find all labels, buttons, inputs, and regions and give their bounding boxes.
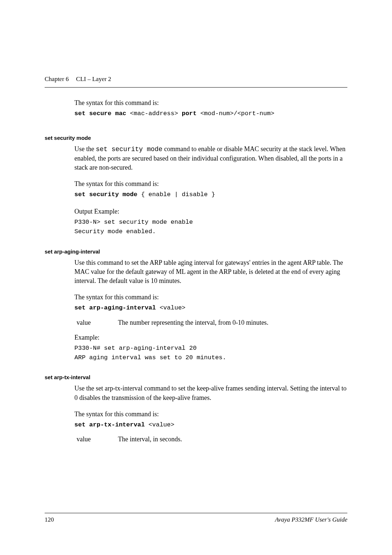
code-text: <mac-address> [130, 110, 182, 117]
section-heading-arp-tx: set arp-tx-interval [45, 374, 347, 380]
description: Use the set security mode command to ena… [74, 145, 347, 173]
code-bold: set security mode [74, 191, 141, 198]
section-heading-security-mode: set security mode [45, 135, 347, 141]
footer-divider [45, 513, 347, 513]
syntax-label: The syntax for this command is: [74, 293, 347, 302]
example-label: Example: [74, 333, 347, 342]
inline-code: set security mode [96, 146, 163, 153]
code-text: <mod-num>/<port-num> [200, 110, 274, 117]
syntax-label: The syntax for this command is: [74, 179, 347, 189]
output-line: P330-N> set security mode enable [74, 218, 347, 227]
page-footer: 120 Avaya P332MF User's Guide [45, 516, 347, 523]
description: Use the set arp-tx-interval command to s… [74, 384, 347, 402]
description: Use this command to set the ARP table ag… [74, 258, 347, 286]
code-text: <value> [148, 421, 174, 428]
code-line: set security mode { enable | disable } [74, 190, 347, 199]
page-header: Chapter 6 CLI – Layer 2 [45, 76, 347, 83]
section-heading-arp-aging: set arp-aging-interval [45, 248, 347, 255]
chapter-title: CLI – Layer 2 [76, 76, 111, 83]
code-text: <value> [160, 304, 185, 311]
page-number: 120 [45, 516, 54, 523]
example-line: ARP aging interval was set to 20 minutes… [74, 353, 347, 362]
output-label: Output Example: [74, 207, 347, 216]
param-name: value [74, 319, 96, 327]
param-desc: The number representing the interval, fr… [118, 319, 268, 327]
code-line: set arp-tx-interval <value> [74, 420, 347, 430]
param-name: value [74, 436, 96, 443]
chapter-label: Chapter 6 [45, 76, 69, 83]
code-line: set arp-aging-interval <value> [74, 303, 347, 313]
output-line: Security mode enabled. [74, 227, 347, 236]
code-text: { enable | disable } [141, 191, 215, 198]
syntax-label: The syntax for this command is: [74, 98, 347, 108]
code-bold: set arp-tx-interval [74, 421, 148, 428]
guide-title: Avaya P332MF User's Guide [275, 516, 347, 523]
syntax-label: The syntax for this command is: [74, 410, 347, 419]
header-divider [45, 87, 347, 88]
code-line: set secure mac <mac-address> port <mod-n… [74, 109, 347, 118]
param-row: value The interval, in seconds. [74, 436, 347, 443]
code-bold: set secure mac [74, 110, 130, 117]
code-bold: set arp-aging-interval [74, 304, 160, 311]
code-bold: port [182, 110, 200, 117]
desc-text: Use the [74, 145, 96, 153]
param-desc: The interval, in seconds. [118, 436, 182, 443]
param-row: value The number representing the interv… [74, 319, 347, 327]
example-line: P330-N# set arp-aging-interval 20 [74, 344, 347, 353]
